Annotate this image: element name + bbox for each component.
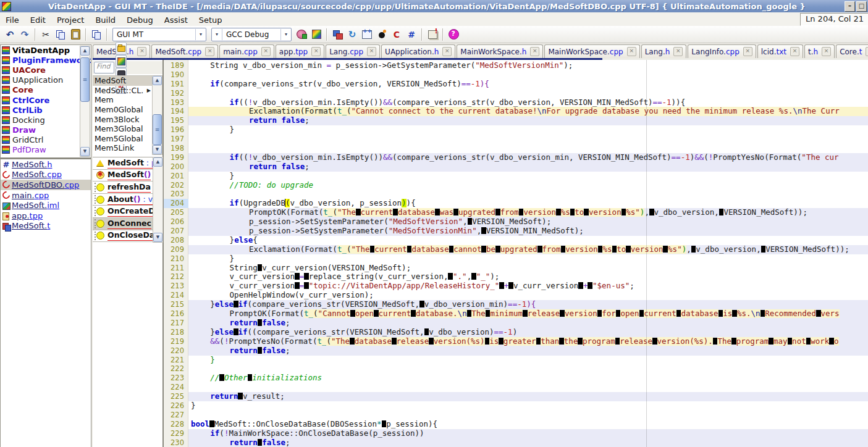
code-line[interactable]: 192: [164, 89, 868, 98]
package-item-uacore[interactable]: UACore: [1, 65, 91, 75]
code-line[interactable]: 205PromptOK(Format(t_("Thecurrentdatabas…: [164, 208, 868, 217]
code-line[interactable]: 227: [164, 411, 868, 420]
symbol-item-oncloseda[interactable]: OnCloseDa: [93, 230, 153, 242]
cut-button[interactable]: [39, 28, 53, 41]
close-icon[interactable]: ×: [367, 47, 376, 56]
code-line[interactable]: 214OpenHelpWindow(v_curr_version);: [164, 291, 868, 300]
symbol-item-oncreated[interactable]: OnCreateD: [93, 206, 153, 218]
code-line[interactable]: 222: [164, 364, 868, 374]
find-input[interactable]: Find: [94, 62, 114, 73]
package-item-pluginframework[interactable]: PluginFramework: [1, 55, 91, 65]
assist-item[interactable]: Mem5Global: [93, 134, 152, 144]
package-item-core[interactable]: Core: [1, 85, 91, 95]
menu-file[interactable]: File: [0, 15, 25, 25]
package-item-gridctrl[interactable]: GridCtrl: [1, 135, 91, 145]
code-line[interactable]: 213v_curr_version="topic://VitaDentApp/a…: [164, 282, 868, 291]
close-icon[interactable]: ×: [790, 47, 799, 56]
undo-button[interactable]: [3, 28, 17, 41]
menu-setup[interactable]: Setup: [193, 15, 228, 25]
file-item-app.tpp[interactable]: app.tpp: [1, 211, 91, 221]
code-line[interactable]: 209Exclamation(Format(t_("Thecurrentdata…: [164, 245, 868, 254]
code-line[interactable]: 215}elseif(compare_verions_str(VERSION_M…: [164, 300, 868, 309]
close-icon[interactable]: ×: [822, 47, 831, 56]
code-line[interactable]: 216PromptOK(Format(t_("Cannotopencurrent…: [164, 309, 868, 319]
folder-button[interactable]: [116, 42, 127, 55]
menu-assist[interactable]: Assist: [159, 15, 193, 25]
package-item-draw[interactable]: Draw: [1, 125, 91, 135]
build-method-select[interactable]: ▾GCC Debug▾: [211, 28, 292, 41]
symbol-item-refreshda[interactable]: refreshDa: [93, 182, 153, 194]
help-button[interactable]: [447, 28, 460, 41]
symbol-item-medsoft[interactable]: ✱MedSoft(): [93, 170, 153, 182]
code-line[interactable]: 228boolMedSoft::OnCloseDataBase(DBOSessi…: [164, 420, 868, 429]
code-line[interactable]: 226}: [164, 401, 868, 411]
code-line[interactable]: 206p_session->SetSystemParameter("MedSof…: [164, 217, 868, 227]
code-line[interactable]: 202//TODO: do upgrade: [164, 181, 868, 190]
code-line[interactable]: 193if((!v_dbo_version_min.IsEmpty())&&(c…: [164, 98, 868, 107]
code-line[interactable]: 220returnfalse;: [164, 346, 868, 356]
scroll-down-icon[interactable]: ▼: [153, 233, 162, 242]
menu-edit[interactable]: Edit: [25, 15, 51, 25]
tab-medsoft.cpp[interactable]: MedSoft.cpp×: [151, 44, 218, 58]
code-line[interactable]: 191if(compare_verions_str(v_dbo_version,…: [164, 80, 868, 89]
menu-build[interactable]: Build: [90, 15, 121, 25]
assist-item[interactable]: MedSoft: [93, 76, 152, 86]
file-item-medsoft.cpp[interactable]: MedSoft.cpp: [1, 170, 91, 180]
package-item-vitadentapp[interactable]: VitaDentApp: [1, 45, 91, 55]
code-line[interactable]: 223//Otherinitializations: [164, 374, 868, 383]
refresh-button[interactable]: [345, 28, 359, 41]
file-item-medsoftdbo.cpp[interactable]: MedSoftDBO.cpp: [1, 180, 91, 190]
symbol-item-medsoft[interactable]: MedSoft : p: [93, 157, 153, 170]
assist-item[interactable]: MedSoft::CL.▶: [93, 86, 152, 96]
code-line[interactable]: 221}: [164, 356, 868, 365]
assist-item[interactable]: Mem: [93, 95, 152, 105]
code-line[interactable]: 212v_curr_version=replace_string(v_curr_…: [164, 272, 868, 282]
scrollbar-thumb[interactable]: ≡: [153, 114, 162, 145]
hash-button[interactable]: [405, 28, 418, 41]
code-line[interactable]: 217returnfalse;: [164, 319, 868, 328]
rebuild-button[interactable]: [390, 28, 403, 41]
assist-item[interactable]: Mem3Global: [93, 124, 152, 134]
main-config-select[interactable]: GUI MT▾: [112, 28, 206, 41]
assist-item[interactable]: Mem5Link: [93, 143, 152, 153]
code-line[interactable]: 189String v_dbo_version_min = p_session-…: [164, 61, 868, 70]
scroll-down-icon[interactable]: ▼: [153, 145, 162, 154]
code-line[interactable]: 218}elseif((compare_verions_str(VERSION_…: [164, 328, 868, 337]
layers-button[interactable]: [331, 28, 344, 41]
code-line[interactable]: 194Exclamation(Format(t_("Cannot connect…: [164, 107, 868, 116]
assist-list-scrollbar[interactable]: ▲▼≡: [152, 75, 162, 155]
build-button[interactable]: [310, 28, 323, 41]
calendar-button[interactable]: [360, 28, 374, 41]
code-line[interactable]: 195return false;: [164, 116, 868, 125]
package-item-ctrlcore[interactable]: CtrlCore: [1, 95, 91, 105]
minimize-button[interactable]: –: [845, 1, 855, 12]
scroll-up-icon[interactable]: ▲: [153, 76, 162, 85]
code-editor[interactable]: 189String v_dbo_version_min = p_session-…: [163, 60, 868, 447]
close-icon[interactable]: ×: [530, 47, 539, 56]
package-list-scrollbar[interactable]: ▲▼≡: [80, 46, 90, 157]
file-item-main.cpp[interactable]: main.cpp: [1, 190, 91, 201]
code-line[interactable]: 208}else{: [164, 236, 868, 245]
code-line[interactable]: 199if((!v_dbo_version_min.IsEmpty())&&(c…: [164, 153, 868, 162]
package-item-pdfdraw[interactable]: PdfDraw: [1, 145, 91, 155]
scroll-up-icon[interactable]: ▲: [80, 46, 90, 56]
tab-mainworkspace.h[interactable]: MainWorkSpace.h×: [457, 44, 543, 58]
assist-item[interactable]: Mem3Block: [93, 114, 152, 124]
code-line[interactable]: 198: [164, 144, 868, 153]
tab-core.t[interactable]: Core.t×: [836, 44, 868, 58]
tab-main.cpp[interactable]: main.cpp×: [219, 44, 274, 58]
chevron-down-icon[interactable]: ▾: [212, 29, 222, 40]
code-line[interactable]: 225returnv_result;: [164, 392, 868, 401]
tab-t.h[interactable]: t.h×: [804, 44, 835, 58]
redo-button[interactable]: [18, 28, 32, 41]
tab-lcid.txt[interactable]: lcid.txt×: [757, 44, 803, 58]
code-line[interactable]: 219&&(!PromptYesNo(Format(t_("Thedatabas…: [164, 337, 868, 346]
code-line[interactable]: 224: [164, 383, 868, 392]
docs-button[interactable]: [426, 28, 439, 41]
close-icon[interactable]: ×: [311, 47, 321, 56]
code-line[interactable]: 196}: [164, 125, 868, 135]
code-line[interactable]: 197: [164, 135, 868, 144]
paste-button[interactable]: [69, 28, 82, 41]
package-button[interactable]: [295, 28, 308, 41]
close-icon[interactable]: ×: [137, 47, 146, 56]
